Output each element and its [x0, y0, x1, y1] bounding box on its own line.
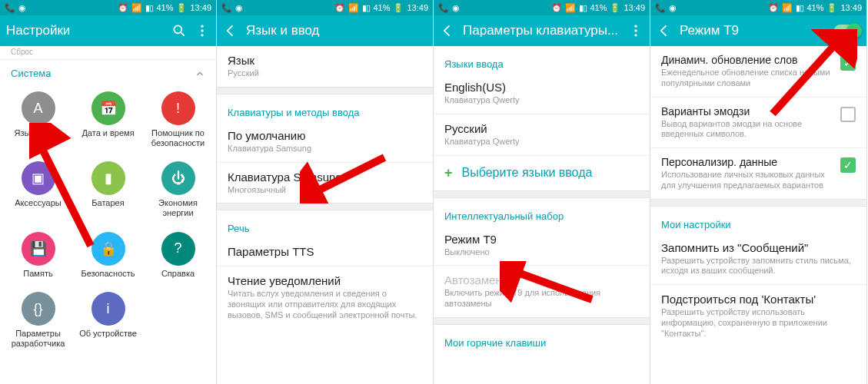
- autocorrect-desc: Включить режим T9 для использования авто…: [444, 288, 639, 310]
- svg-point-3: [201, 29, 203, 31]
- prev-section-crumb: Сброс: [0, 46, 216, 59]
- grid-item-4[interactable]: ▮Батарея: [73, 158, 143, 220]
- t9-label: Режим T9: [444, 233, 639, 246]
- default-label: По умолчанию: [228, 129, 422, 142]
- svg-point-4: [201, 34, 203, 36]
- clock: 13:49: [190, 3, 211, 12]
- grid-item-10[interactable]: iОб устройстве: [73, 289, 143, 351]
- emoji-label: Варианты эмодзи: [661, 105, 833, 118]
- svg-point-7: [634, 34, 637, 36]
- english-label: English(US): [444, 81, 639, 94]
- item-autocorrect: Автозамена Включить режим T9 для использ…: [434, 266, 650, 317]
- appbar-t9-mode: Режим T9: [650, 15, 866, 46]
- battery-pct: 41%: [156, 3, 173, 12]
- item-read-notifications[interactable]: Чтение уведомлений Читать вслух уведомле…: [217, 266, 433, 328]
- grid-icon: ▣: [22, 161, 55, 195]
- language-value: Русский: [228, 68, 422, 79]
- item-personalized-data[interactable]: Персонализир. данные Использование личны…: [650, 148, 866, 199]
- overflow-icon[interactable]: [628, 23, 644, 38]
- signal-icon: ▮▯: [362, 3, 370, 13]
- dynamic-checkbox[interactable]: ✓: [840, 55, 856, 71]
- adapt-contacts-desc: Разрешить устройству использовать информ…: [661, 307, 856, 339]
- grid-item-2[interactable]: !Помощник по безопасности: [143, 88, 213, 151]
- grid-icon: ?: [161, 232, 195, 266]
- t9-value: Выключено: [444, 247, 639, 258]
- item-default-kbd[interactable]: По умолчанию Клавиатура Samsung: [217, 121, 433, 162]
- item-dynamic-update[interactable]: Динамич. обновление слов Еженедельное об…: [650, 46, 866, 97]
- status-bar: 📞◉ ⏰📶 ▮▯ 41% 🔋 13:49: [434, 0, 650, 15]
- appbar-lang-input: Язык и ввод: [217, 15, 433, 46]
- default-value: Клавиатура Samsung: [228, 144, 422, 154]
- read-notif-label: Чтение уведомлений: [228, 274, 422, 287]
- back-icon[interactable]: [440, 23, 455, 38]
- back-icon[interactable]: [657, 23, 672, 38]
- appbar-settings: Настройки: [0, 15, 216, 46]
- add-input-language[interactable]: + Выберите языки ввода: [434, 156, 650, 190]
- autocorrect-label: Автозамена: [444, 273, 639, 286]
- english-sub: Клавиатура Qwerty: [444, 95, 639, 106]
- item-emoji-variants[interactable]: Варианты эмодзи Вывод вариантов эмодзи н…: [650, 98, 866, 148]
- language-label: Язык: [228, 54, 422, 67]
- personalized-checkbox[interactable]: ✓: [840, 157, 856, 173]
- tts-label: Параметры TTS: [228, 245, 422, 258]
- signal-icon: ▮▯: [796, 3, 803, 13]
- page-title: Язык и ввод: [246, 23, 427, 38]
- phone-icon: 📞: [438, 3, 449, 13]
- section-keyboards: Клавиатуры и методы ввода: [217, 94, 433, 121]
- section-hotkeys: Мои горячие клавиши: [434, 325, 650, 352]
- item-adapt-contacts[interactable]: Подстроиться под 'Контакты' Разрешить ус…: [650, 285, 866, 346]
- section-input-langs: Языки ввода: [434, 46, 650, 73]
- grid-icon: 🔒: [91, 232, 125, 266]
- grid-item-9[interactable]: {}Параметры разработчика: [3, 289, 73, 351]
- t9-master-toggle[interactable]: [834, 25, 860, 37]
- item-t9-mode[interactable]: Режим T9 Выключено: [434, 225, 650, 266]
- grid-item-7[interactable]: 🔒Безопасность: [73, 229, 143, 282]
- item-samsung-kbd[interactable]: Клавиатура Samsung Многоязычный: [217, 163, 433, 204]
- section-system[interactable]: Система: [0, 59, 216, 84]
- item-remember-messages[interactable]: Запомнить из "Сообщений" Разрешить устро…: [650, 233, 866, 285]
- battery-icon: 🔋: [176, 3, 187, 13]
- page-title: Параметры клавиатуры...: [463, 23, 620, 38]
- clock: 13:49: [624, 3, 645, 12]
- section-speech: Речь: [217, 210, 433, 237]
- status-bar: 📞◉ ⏰📶 ▮▯ 41% 🔋 13:49: [217, 0, 433, 15]
- grid-icon: i: [91, 292, 125, 326]
- item-russian[interactable]: Русский Клавиатура Qwerty: [434, 114, 650, 155]
- add-lang-label: Выберите языки ввода: [462, 166, 593, 180]
- status-bar: 📞 ◉ ⏰ 📶 ▮▯ 41% 🔋 13:49: [0, 0, 216, 15]
- grid-label: Экономия энергии: [145, 198, 211, 217]
- grid-label: Дата и время: [81, 128, 134, 138]
- grid-item-1[interactable]: 📅Дата и время: [73, 88, 143, 151]
- item-tts[interactable]: Параметры TTS: [217, 237, 433, 266]
- alarm-icon: ⏰: [768, 3, 779, 13]
- section-smart-typing: Интеллектуальный набор: [434, 198, 650, 225]
- wifi-icon: 📶: [782, 3, 793, 13]
- svg-point-5: [634, 25, 637, 28]
- dynamic-desc: Еженедельное обновление списка новыми по…: [661, 68, 833, 89]
- grid-icon: {}: [22, 292, 55, 326]
- grid-label: Справка: [161, 269, 195, 279]
- status-bar: 📞◉ ⏰📶 ▮▯ 41% 🔋 13:49: [650, 0, 866, 15]
- search-icon[interactable]: [171, 23, 187, 38]
- item-english[interactable]: English(US) Клавиатура Qwerty: [434, 73, 650, 114]
- phone-icon: 📞: [221, 3, 232, 13]
- item-language[interactable]: Язык Русский: [217, 46, 433, 87]
- back-icon[interactable]: [223, 23, 238, 38]
- wifi-icon: 📶: [131, 3, 142, 13]
- grid-item-6[interactable]: 💾Память: [3, 229, 73, 282]
- viber-icon: ◉: [18, 3, 26, 13]
- grid-item-5[interactable]: ⏻Экономия энергии: [143, 158, 213, 220]
- emoji-checkbox[interactable]: [840, 107, 856, 122]
- grid-icon: 💾: [22, 232, 55, 266]
- battery-icon: 🔋: [826, 3, 837, 13]
- grid-label: Память: [23, 269, 52, 279]
- overflow-icon[interactable]: [195, 23, 210, 38]
- grid-item-0[interactable]: AЯзык и ввод: [3, 88, 73, 151]
- grid-icon: A: [22, 91, 55, 125]
- svg-line-1: [181, 33, 185, 36]
- wifi-icon: 📶: [565, 3, 576, 13]
- svg-point-6: [634, 29, 637, 31]
- signal-icon: ▮▯: [145, 3, 153, 13]
- grid-item-3[interactable]: ▣Аксессуары: [3, 158, 73, 220]
- grid-item-8[interactable]: ?Справка: [143, 229, 213, 282]
